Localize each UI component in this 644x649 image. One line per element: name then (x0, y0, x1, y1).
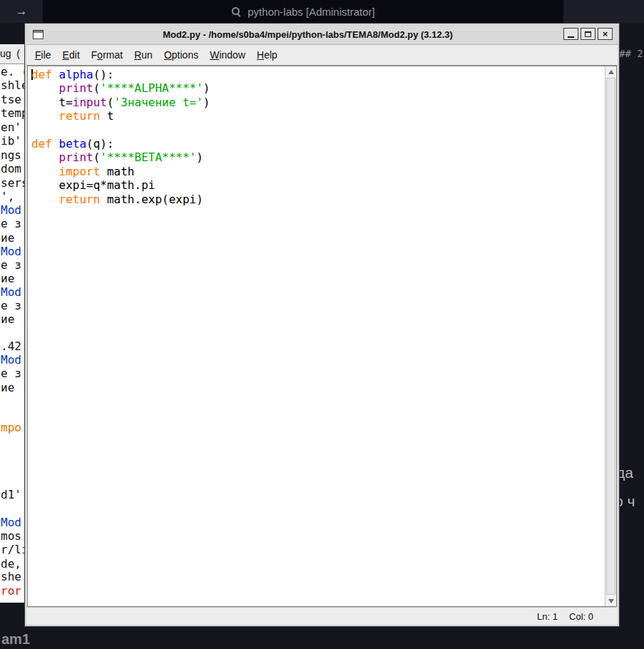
menu-help[interactable]: Help (251, 49, 283, 61)
background-fragment: e з (1, 218, 21, 230)
maximize-icon (585, 31, 591, 37)
idle-editor-window: Mod2.py - /home/s0ba4/mpei/python-labs/T… (25, 24, 619, 626)
status-col: Col: 0 (569, 611, 593, 622)
code-line-1: def alpha(): (31, 68, 605, 81)
menu-edit[interactable]: Edit (57, 49, 86, 61)
menu-bar: FileEditFormatRunOptionsWindowHelp (26, 45, 618, 66)
background-fragment: ## 2 (619, 48, 643, 58)
background-fragment: de, (1, 558, 21, 570)
status-line: Ln: 1 (537, 611, 558, 622)
minimize-button[interactable] (563, 28, 578, 40)
code-line-6: def beta(q): (31, 137, 605, 150)
background-fragment: ngs (1, 150, 21, 161)
background-fragment: ие | (1, 273, 29, 285)
editor-region: def alpha(): print('****ALPHA****') t=in… (27, 66, 617, 607)
code-line-7: print('****BETA****') (31, 150, 605, 164)
background-fragment: d1' (1, 489, 21, 501)
background-fragment: Mod (1, 205, 21, 216)
background-fragment: tse (1, 94, 21, 106)
forward-arrow-icon[interactable]: → (0, 0, 43, 23)
scrollbar-thumb[interactable] (606, 78, 615, 595)
maximize-button[interactable] (581, 28, 596, 40)
background-fragment: e з (1, 260, 21, 271)
menu-window[interactable]: Window (204, 49, 251, 61)
background-fragment: mpo (1, 422, 21, 434)
background-fragment: e з (1, 368, 21, 379)
vertical-scrollbar[interactable] (605, 66, 616, 606)
background-fragment: Mod (1, 246, 21, 257)
background-fragment: ib' (1, 136, 21, 147)
code-line-4: return t (31, 109, 605, 123)
code-line-8: import math (31, 165, 605, 178)
background-fragment: ror (1, 586, 21, 597)
background-fragment: e. ( (1, 66, 29, 78)
scroll-up-button[interactable] (605, 66, 616, 77)
background-fragment: .42: (1, 341, 29, 352)
background-fragment: ие | (1, 232, 29, 244)
scroll-down-button[interactable] (605, 596, 616, 606)
code-area[interactable]: def alpha(): print('****ALPHA****') t=in… (28, 66, 605, 606)
code-line-9: expi=q*math.pi (31, 178, 605, 192)
top-bar: → python-labs [Administrator] (0, 0, 644, 23)
title-bar[interactable]: Mod2.py - /home/s0ba4/mpei/python-labs/T… (26, 25, 618, 45)
background-fragment: en' (1, 122, 21, 133)
menu-options[interactable]: Options (158, 49, 204, 61)
background-fragment: ие | (1, 382, 29, 394)
terminal-tab-title: python-labs [Administrator] (247, 6, 374, 18)
background-fragment: e з (1, 300, 21, 312)
background-fragment: r/li (1, 544, 29, 556)
code-line-5 (31, 123, 605, 137)
background-fragment: dom (1, 163, 21, 175)
code-line-3: t=input('Значение t=') (31, 96, 605, 109)
menu-run[interactable]: Run (128, 49, 158, 61)
background-fragment: Mod (1, 354, 21, 366)
menu-file[interactable]: File (29, 49, 57, 61)
background-fragment: shle (1, 80, 29, 91)
arrow-up-icon (608, 70, 614, 74)
background-fragment: mos (1, 531, 21, 542)
background-fragment: ', (1, 191, 14, 203)
background-fragment: ug ( (0, 48, 20, 58)
arrow-glyph: → (16, 4, 28, 19)
status-bar: Ln: 1 Col: 0 (26, 607, 618, 625)
terminal-tab[interactable]: python-labs [Administrator] (43, 0, 563, 23)
arrow-down-icon (608, 599, 614, 603)
window-title: Mod2.py - /home/s0ba4/mpei/python-labs/T… (55, 29, 561, 40)
code-line-10: return math.exp(expi) (31, 193, 605, 206)
background-fragment: Mod (1, 517, 21, 528)
close-button[interactable]: × (598, 28, 613, 40)
background-fragment: Mod (1, 287, 21, 298)
close-icon: × (603, 29, 608, 39)
background-fragment: she (1, 571, 21, 583)
background-fragment: ие | (1, 314, 29, 325)
window-icon[interactable] (33, 30, 44, 39)
search-icon (231, 6, 241, 16)
background-fragment: temp (1, 108, 29, 119)
background-fragment: am1 (1, 632, 30, 646)
window-controls: × (563, 28, 613, 40)
minimize-icon (568, 36, 574, 38)
code-line-2: print('****ALPHA****') (31, 81, 605, 95)
menu-format[interactable]: Format (86, 49, 128, 61)
background-fragment: sers (1, 178, 29, 189)
top-bar-right-area (563, 0, 644, 23)
